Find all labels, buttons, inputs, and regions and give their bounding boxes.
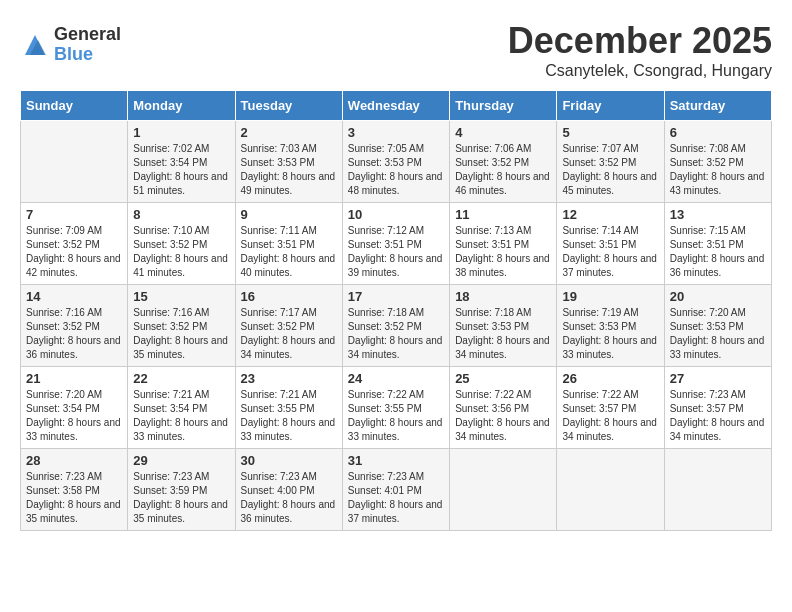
- calendar-cell: 12Sunrise: 7:14 AMSunset: 3:51 PMDayligh…: [557, 203, 664, 285]
- title-area: December 2025 Csanytelek, Csongrad, Hung…: [508, 20, 772, 80]
- calendar-cell: 14Sunrise: 7:16 AMSunset: 3:52 PMDayligh…: [21, 285, 128, 367]
- day-info: Sunrise: 7:23 AMSunset: 4:00 PMDaylight:…: [241, 470, 337, 526]
- calendar-cell: 28Sunrise: 7:23 AMSunset: 3:58 PMDayligh…: [21, 449, 128, 531]
- day-info: Sunrise: 7:14 AMSunset: 3:51 PMDaylight:…: [562, 224, 658, 280]
- day-info: Sunrise: 7:18 AMSunset: 3:52 PMDaylight:…: [348, 306, 444, 362]
- day-info: Sunrise: 7:20 AMSunset: 3:53 PMDaylight:…: [670, 306, 766, 362]
- calendar-cell: 15Sunrise: 7:16 AMSunset: 3:52 PMDayligh…: [128, 285, 235, 367]
- day-number: 11: [455, 207, 551, 222]
- calendar-cell: 22Sunrise: 7:21 AMSunset: 3:54 PMDayligh…: [128, 367, 235, 449]
- day-number: 25: [455, 371, 551, 386]
- day-number: 23: [241, 371, 337, 386]
- header-day-friday: Friday: [557, 91, 664, 121]
- calendar-cell: 2Sunrise: 7:03 AMSunset: 3:53 PMDaylight…: [235, 121, 342, 203]
- day-info: Sunrise: 7:10 AMSunset: 3:52 PMDaylight:…: [133, 224, 229, 280]
- calendar-cell: 31Sunrise: 7:23 AMSunset: 4:01 PMDayligh…: [342, 449, 449, 531]
- calendar-cell: 5Sunrise: 7:07 AMSunset: 3:52 PMDaylight…: [557, 121, 664, 203]
- calendar-cell: [664, 449, 771, 531]
- day-number: 13: [670, 207, 766, 222]
- calendar-week-row: 28Sunrise: 7:23 AMSunset: 3:58 PMDayligh…: [21, 449, 772, 531]
- calendar-week-row: 14Sunrise: 7:16 AMSunset: 3:52 PMDayligh…: [21, 285, 772, 367]
- header-day-saturday: Saturday: [664, 91, 771, 121]
- day-number: 12: [562, 207, 658, 222]
- day-info: Sunrise: 7:22 AMSunset: 3:57 PMDaylight:…: [562, 388, 658, 444]
- day-info: Sunrise: 7:15 AMSunset: 3:51 PMDaylight:…: [670, 224, 766, 280]
- day-info: Sunrise: 7:08 AMSunset: 3:52 PMDaylight:…: [670, 142, 766, 198]
- calendar-cell: 19Sunrise: 7:19 AMSunset: 3:53 PMDayligh…: [557, 285, 664, 367]
- day-number: 14: [26, 289, 122, 304]
- day-number: 20: [670, 289, 766, 304]
- calendar-cell: 1Sunrise: 7:02 AMSunset: 3:54 PMDaylight…: [128, 121, 235, 203]
- day-number: 28: [26, 453, 122, 468]
- day-info: Sunrise: 7:02 AMSunset: 3:54 PMDaylight:…: [133, 142, 229, 198]
- calendar-cell: 10Sunrise: 7:12 AMSunset: 3:51 PMDayligh…: [342, 203, 449, 285]
- day-info: Sunrise: 7:22 AMSunset: 3:55 PMDaylight:…: [348, 388, 444, 444]
- day-info: Sunrise: 7:05 AMSunset: 3:53 PMDaylight:…: [348, 142, 444, 198]
- calendar-cell: 6Sunrise: 7:08 AMSunset: 3:52 PMDaylight…: [664, 121, 771, 203]
- calendar-week-row: 7Sunrise: 7:09 AMSunset: 3:52 PMDaylight…: [21, 203, 772, 285]
- day-number: 18: [455, 289, 551, 304]
- day-number: 9: [241, 207, 337, 222]
- day-number: 8: [133, 207, 229, 222]
- header-day-sunday: Sunday: [21, 91, 128, 121]
- day-info: Sunrise: 7:20 AMSunset: 3:54 PMDaylight:…: [26, 388, 122, 444]
- day-info: Sunrise: 7:23 AMSunset: 3:57 PMDaylight:…: [670, 388, 766, 444]
- day-info: Sunrise: 7:22 AMSunset: 3:56 PMDaylight:…: [455, 388, 551, 444]
- header-day-thursday: Thursday: [450, 91, 557, 121]
- calendar-cell: 7Sunrise: 7:09 AMSunset: 3:52 PMDaylight…: [21, 203, 128, 285]
- location-title: Csanytelek, Csongrad, Hungary: [508, 62, 772, 80]
- day-info: Sunrise: 7:06 AMSunset: 3:52 PMDaylight:…: [455, 142, 551, 198]
- calendar-table: SundayMondayTuesdayWednesdayThursdayFrid…: [20, 90, 772, 531]
- day-info: Sunrise: 7:13 AMSunset: 3:51 PMDaylight:…: [455, 224, 551, 280]
- calendar-cell: 8Sunrise: 7:10 AMSunset: 3:52 PMDaylight…: [128, 203, 235, 285]
- calendar-cell: [557, 449, 664, 531]
- calendar-cell: 26Sunrise: 7:22 AMSunset: 3:57 PMDayligh…: [557, 367, 664, 449]
- day-number: 1: [133, 125, 229, 140]
- calendar-cell: 16Sunrise: 7:17 AMSunset: 3:52 PMDayligh…: [235, 285, 342, 367]
- logo-blue-text: Blue: [54, 45, 121, 65]
- day-info: Sunrise: 7:16 AMSunset: 3:52 PMDaylight:…: [26, 306, 122, 362]
- day-info: Sunrise: 7:12 AMSunset: 3:51 PMDaylight:…: [348, 224, 444, 280]
- calendar-cell: 9Sunrise: 7:11 AMSunset: 3:51 PMDaylight…: [235, 203, 342, 285]
- day-info: Sunrise: 7:03 AMSunset: 3:53 PMDaylight:…: [241, 142, 337, 198]
- day-info: Sunrise: 7:23 AMSunset: 3:58 PMDaylight:…: [26, 470, 122, 526]
- day-number: 26: [562, 371, 658, 386]
- calendar-cell: 27Sunrise: 7:23 AMSunset: 3:57 PMDayligh…: [664, 367, 771, 449]
- day-number: 16: [241, 289, 337, 304]
- calendar-cell: 21Sunrise: 7:20 AMSunset: 3:54 PMDayligh…: [21, 367, 128, 449]
- calendar-cell: 4Sunrise: 7:06 AMSunset: 3:52 PMDaylight…: [450, 121, 557, 203]
- calendar-cell: 13Sunrise: 7:15 AMSunset: 3:51 PMDayligh…: [664, 203, 771, 285]
- header-day-monday: Monday: [128, 91, 235, 121]
- header-day-wednesday: Wednesday: [342, 91, 449, 121]
- logo-general-text: General: [54, 25, 121, 45]
- day-number: 17: [348, 289, 444, 304]
- calendar-cell: 24Sunrise: 7:22 AMSunset: 3:55 PMDayligh…: [342, 367, 449, 449]
- calendar-week-row: 1Sunrise: 7:02 AMSunset: 3:54 PMDaylight…: [21, 121, 772, 203]
- header-day-tuesday: Tuesday: [235, 91, 342, 121]
- header: General Blue December 2025 Csanytelek, C…: [20, 20, 772, 80]
- calendar-cell: 11Sunrise: 7:13 AMSunset: 3:51 PMDayligh…: [450, 203, 557, 285]
- day-info: Sunrise: 7:19 AMSunset: 3:53 PMDaylight:…: [562, 306, 658, 362]
- day-number: 27: [670, 371, 766, 386]
- day-number: 21: [26, 371, 122, 386]
- day-number: 29: [133, 453, 229, 468]
- calendar-cell: 30Sunrise: 7:23 AMSunset: 4:00 PMDayligh…: [235, 449, 342, 531]
- day-info: Sunrise: 7:21 AMSunset: 3:54 PMDaylight:…: [133, 388, 229, 444]
- day-info: Sunrise: 7:11 AMSunset: 3:51 PMDaylight:…: [241, 224, 337, 280]
- calendar-cell: 20Sunrise: 7:20 AMSunset: 3:53 PMDayligh…: [664, 285, 771, 367]
- day-number: 5: [562, 125, 658, 140]
- calendar-week-row: 21Sunrise: 7:20 AMSunset: 3:54 PMDayligh…: [21, 367, 772, 449]
- calendar-cell: [21, 121, 128, 203]
- day-info: Sunrise: 7:21 AMSunset: 3:55 PMDaylight:…: [241, 388, 337, 444]
- day-info: Sunrise: 7:07 AMSunset: 3:52 PMDaylight:…: [562, 142, 658, 198]
- day-info: Sunrise: 7:18 AMSunset: 3:53 PMDaylight:…: [455, 306, 551, 362]
- logo-icon: [20, 30, 50, 60]
- calendar-cell: 25Sunrise: 7:22 AMSunset: 3:56 PMDayligh…: [450, 367, 557, 449]
- day-number: 22: [133, 371, 229, 386]
- month-title: December 2025: [508, 20, 772, 62]
- day-info: Sunrise: 7:23 AMSunset: 3:59 PMDaylight:…: [133, 470, 229, 526]
- day-number: 19: [562, 289, 658, 304]
- day-number: 30: [241, 453, 337, 468]
- day-number: 6: [670, 125, 766, 140]
- day-info: Sunrise: 7:23 AMSunset: 4:01 PMDaylight:…: [348, 470, 444, 526]
